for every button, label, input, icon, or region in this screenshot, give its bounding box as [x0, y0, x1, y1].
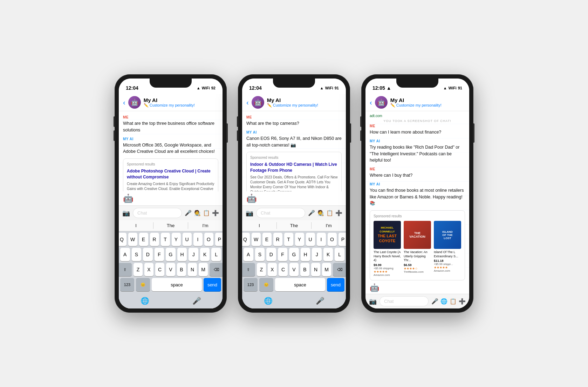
key-space-2[interactable]: space — [275, 278, 325, 291]
product-card-3-2[interactable]: THEVACATION The Vacation: An Utterly Gri… — [404, 221, 431, 277]
key-shift-2[interactable]: ⇧ — [242, 263, 255, 276]
key-T-1[interactable]: T — [161, 233, 170, 246]
sticker-icon-3[interactable]: 📋 — [450, 298, 457, 305]
key-Q-1[interactable]: Q — [119, 233, 127, 246]
ad-title-1[interactable]: Adobe Photoshop Creative Cloud | Create … — [127, 168, 214, 180]
product-card-3-3[interactable]: ISLANDOF THELOST Island Of The L Extraor… — [434, 221, 461, 277]
bitmoji-icon-3[interactable]: 🌐 — [440, 298, 447, 305]
chat-input-1[interactable]: Chat — [133, 208, 182, 218]
plus-icon-2[interactable]: ➕ — [335, 210, 342, 216]
key-Y-2[interactable]: Y — [295, 233, 304, 246]
key-D-1[interactable]: D — [143, 248, 153, 261]
key-H-2[interactable]: H — [301, 248, 310, 261]
nav-subtitle-3[interactable]: ✏️ Customize my personality! — [390, 103, 465, 108]
key-I-2[interactable]: I — [317, 233, 326, 246]
key-shift-1[interactable]: ⇧ — [119, 263, 132, 276]
globe-icon-2[interactable]: 🌐 — [264, 297, 273, 305]
suggestion-2b[interactable]: The — [277, 222, 312, 229]
key-B-2[interactable]: B — [300, 263, 309, 276]
camera-icon-1[interactable]: 📷 — [122, 209, 130, 217]
key-J-1[interactable]: J — [189, 248, 198, 261]
key-L-1[interactable]: L — [211, 248, 221, 261]
mic-icon-1[interactable]: 🎤 — [185, 210, 192, 216]
key-space-1[interactable]: space — [152, 278, 202, 291]
key-N-1[interactable]: N — [188, 263, 197, 276]
suggestion-2a[interactable]: I — [242, 222, 277, 229]
key-123-2[interactable]: 123 — [244, 278, 258, 291]
key-Y-1[interactable]: Y — [172, 233, 181, 246]
key-A-2[interactable]: A — [244, 248, 253, 261]
nav-subtitle-2[interactable]: ✏️ Customize my personality! — [267, 103, 342, 108]
key-M-1[interactable]: M — [199, 263, 208, 276]
mic-bottom-icon-2[interactable]: 🎤 — [316, 297, 324, 305]
key-F-2[interactable]: F — [278, 248, 288, 261]
key-E-2[interactable]: E — [262, 233, 272, 246]
key-E-1[interactable]: E — [139, 233, 148, 246]
key-V-2[interactable]: V — [289, 263, 299, 276]
bitmoji-icon-2[interactable]: 🧑‍🎨 — [317, 210, 324, 216]
back-button-1[interactable]: ‹ — [123, 99, 125, 107]
bitmoji-icon-1[interactable]: 🧑‍🎨 — [194, 210, 201, 216]
key-V-1[interactable]: V — [166, 263, 175, 276]
key-W-1[interactable]: W — [128, 233, 137, 246]
key-C-1[interactable]: C — [155, 263, 164, 276]
key-W-2[interactable]: W — [252, 233, 261, 246]
back-button-3[interactable]: ‹ — [370, 99, 372, 107]
adt-link-3[interactable]: adt.com — [370, 114, 465, 118]
key-backspace-2[interactable]: ⌫ — [333, 263, 346, 276]
key-S-2[interactable]: S — [255, 248, 265, 261]
mic-icon-2[interactable]: 🎤 — [308, 210, 315, 216]
key-G-1[interactable]: G — [166, 248, 176, 261]
key-T-2[interactable]: T — [284, 233, 293, 246]
key-O-2[interactable]: O — [328, 233, 337, 246]
key-Z-1[interactable]: Z — [134, 263, 143, 276]
key-R-1[interactable]: R — [150, 233, 159, 246]
product-card-3-1[interactable]: MICHAELCONNELLYTHE LASTCOYOTE The Last C… — [374, 221, 401, 277]
back-button-2[interactable]: ‹ — [246, 99, 249, 107]
key-I-1[interactable]: I — [193, 233, 203, 246]
key-M-2[interactable]: M — [322, 263, 331, 276]
key-C-2[interactable]: C — [279, 263, 288, 276]
camera-icon-3[interactable]: 📷 — [369, 298, 377, 305]
plus-icon-1[interactable]: ➕ — [212, 210, 219, 216]
mic-icon-3[interactable]: 🎤 — [431, 298, 438, 305]
key-backspace-1[interactable]: ⌫ — [210, 263, 223, 276]
suggestion-1b[interactable]: The — [153, 222, 188, 229]
key-A-1[interactable]: A — [120, 248, 130, 261]
key-N-2[interactable]: N — [311, 263, 320, 276]
key-U-1[interactable]: U — [183, 233, 192, 246]
suggestion-1a[interactable]: I — [119, 222, 153, 229]
key-send-1[interactable]: send — [204, 278, 221, 291]
key-O-1[interactable]: O — [204, 233, 213, 246]
plus-icon-3[interactable]: ➕ — [459, 298, 466, 305]
key-F-1[interactable]: F — [155, 248, 164, 261]
globe-icon-1[interactable]: 🌐 — [141, 297, 149, 305]
sticker-icon-1[interactable]: 📋 — [203, 210, 210, 216]
key-K-1[interactable]: K — [200, 248, 210, 261]
key-G-2[interactable]: G — [289, 248, 299, 261]
key-R-2[interactable]: R — [273, 233, 282, 246]
key-123-1[interactable]: 123 — [120, 278, 134, 291]
sticker-icon-2[interactable]: 📋 — [326, 210, 333, 216]
key-K-2[interactable]: K — [323, 248, 333, 261]
key-emoji-2[interactable]: 😊 — [259, 278, 273, 291]
camera-icon-2[interactable]: 📷 — [246, 209, 253, 217]
key-D-2[interactable]: D — [266, 248, 276, 261]
chat-input-2[interactable]: Chat — [256, 208, 305, 218]
key-B-1[interactable]: B — [177, 263, 186, 276]
key-Z-2[interactable]: Z — [257, 263, 266, 276]
suggestion-2c[interactable]: I'm — [312, 222, 346, 229]
key-P-2[interactable]: P — [339, 233, 346, 246]
nav-subtitle-1[interactable]: ✏️ Customize my personality! — [144, 103, 218, 108]
key-P-1[interactable]: P — [215, 233, 223, 246]
key-H-1[interactable]: H — [177, 248, 187, 261]
key-emoji-1[interactable]: 😊 — [136, 278, 150, 291]
chat-input-3[interactable]: Chat — [380, 296, 429, 306]
suggestion-1c[interactable]: I'm — [188, 222, 223, 229]
key-L-2[interactable]: L — [335, 248, 344, 261]
key-send-2[interactable]: send — [327, 278, 344, 291]
ad-title-2[interactable]: Indoor & Outdoor HD Cameras | Watch Live… — [250, 162, 338, 174]
key-X-2[interactable]: X — [268, 263, 277, 276]
key-X-1[interactable]: X — [144, 263, 153, 276]
key-U-2[interactable]: U — [306, 233, 315, 246]
